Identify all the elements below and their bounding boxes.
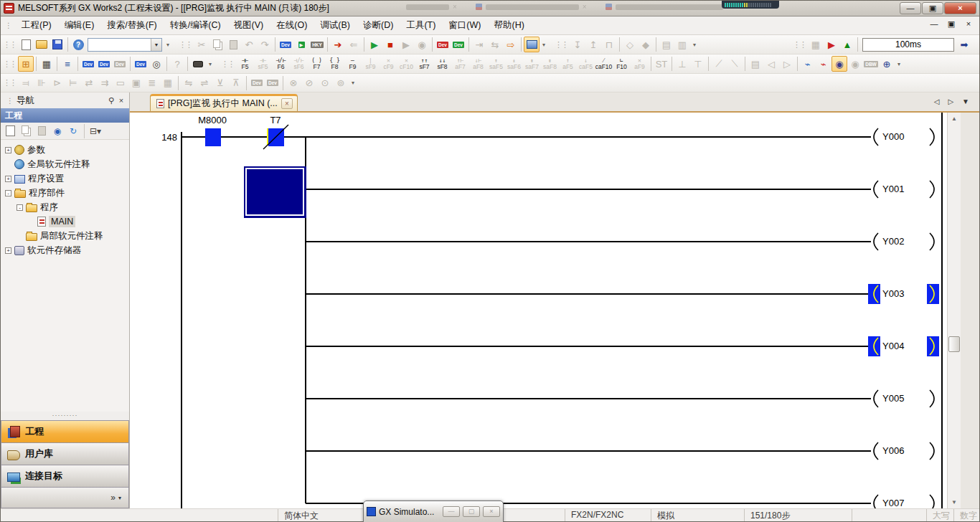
- toolbar-overflow-icon[interactable]: ▾: [349, 75, 357, 91]
- dbw-button[interactable]: DBW: [863, 56, 879, 72]
- toolbar-grip[interactable]: ⋮⋮: [555, 40, 567, 49]
- find-next-result-button[interactable]: ▷: [779, 56, 795, 72]
- refresh-button[interactable]: ↻: [66, 124, 80, 138]
- ladder-symbol-aF8-button[interactable]: ↓⊢aF8: [469, 55, 487, 72]
- batch-delete-button[interactable]: ▣: [128, 75, 144, 91]
- document-tab-main[interactable]: [PRG]监视 执行中 MAIN (... ×: [150, 94, 298, 111]
- menu-item-5[interactable]: 视图(V): [227, 17, 270, 34]
- find-button[interactable]: [190, 56, 206, 72]
- toolbar-grip[interactable]: ⋮⋮: [3, 78, 16, 87]
- contact-change-button[interactable]: ⊻: [212, 75, 228, 91]
- skip-execution-button[interactable]: ↥: [585, 37, 601, 52]
- ladder-symbol-F7-button[interactable]: ( )F7: [308, 55, 326, 72]
- expand-icon[interactable]: +: [5, 176, 11, 182]
- mdi-minimize-button[interactable]: —: [929, 19, 939, 29]
- tree-item-6[interactable]: 局部软元件注释: [1, 229, 129, 243]
- redo-button[interactable]: ↷: [257, 37, 273, 52]
- coil-label[interactable]: Y003: [882, 288, 904, 299]
- device-comment-search-button[interactable]: Dev: [278, 37, 293, 52]
- remote-operation-button[interactable]: ⇆: [487, 37, 503, 52]
- new-data-button[interactable]: [3, 124, 17, 138]
- monitor-mode-button[interactable]: [524, 37, 540, 52]
- device-monitor-window-button[interactable]: ▶: [293, 37, 309, 52]
- monitor-watch-button[interactable]: ◉: [831, 56, 847, 72]
- batch-insert-button[interactable]: ▭: [113, 75, 128, 91]
- delete-row-button[interactable]: ⊨: [65, 75, 81, 91]
- ladder-symbol-aF7-button[interactable]: ↑⊢aF7: [451, 55, 469, 72]
- transfer-setup-button[interactable]: ⇥: [471, 37, 487, 52]
- mdi-restore-button[interactable]: ▣: [946, 19, 956, 29]
- watch-window-2-button[interactable]: ▥: [674, 37, 690, 52]
- ladder-symbol-cF9-button[interactable]: ✕cF9: [380, 55, 397, 72]
- toolbar-grip[interactable]: ⋮⋮: [221, 60, 234, 69]
- delete-column-button[interactable]: ⇉: [97, 75, 113, 91]
- paste-data-button[interactable]: [34, 124, 49, 138]
- toolbar-grip[interactable]: ⋮⋮: [179, 40, 192, 49]
- inline-st-button[interactable]: ST: [654, 56, 669, 72]
- collapse-icon[interactable]: -: [5, 190, 11, 196]
- tree-item-0[interactable]: +参数: [1, 143, 129, 157]
- declare-search-button[interactable]: ⊗: [286, 75, 301, 91]
- ladder-symbol-F10-button[interactable]: ∟F10: [613, 55, 631, 72]
- tree-item-main[interactable]: MAIN: [1, 214, 129, 229]
- expand-icon[interactable]: +: [5, 247, 11, 254]
- menu-item-2[interactable]: 编辑(E): [58, 17, 101, 34]
- simulator-close-button[interactable]: ×: [483, 506, 500, 517]
- tree-item-3[interactable]: -程序部件: [1, 186, 129, 200]
- undo-button[interactable]: ↶: [241, 37, 257, 52]
- edit-comment-button[interactable]: ≣: [144, 75, 160, 91]
- output-window-button[interactable]: ≡: [60, 56, 75, 72]
- cross-reference-button[interactable]: ⊙: [317, 75, 333, 91]
- zoom-button[interactable]: ⊕: [879, 56, 895, 72]
- coil-label[interactable]: Y007: [882, 498, 904, 508]
- simulation-stop-button[interactable]: ▲: [839, 37, 855, 52]
- mdi-close-button[interactable]: ×: [963, 19, 974, 29]
- cc-link-button[interactable]: Dev: [112, 56, 128, 72]
- ladder-symbol-sF8-button[interactable]: ↓↓sF8: [433, 55, 451, 72]
- project-select-combobox[interactable]: ▼: [88, 38, 162, 52]
- ladder-symbol-F5-button[interactable]: ⊣⊢F5: [236, 55, 254, 72]
- menu-item-7[interactable]: 调试(B): [314, 17, 357, 34]
- new-project-button[interactable]: [18, 37, 34, 52]
- view-selector-project[interactable]: 工程: [1, 420, 129, 442]
- tree-item-7[interactable]: +软元件存储器: [1, 243, 129, 257]
- copy-data-button[interactable]: [19, 124, 33, 138]
- ladder-symbol-caF10-button[interactable]: ⁄caF10: [595, 55, 613, 72]
- ladder-symbol-saF6-button[interactable]: ↡saF6: [505, 55, 523, 72]
- ladder-symbol-F6-button[interactable]: ⊣/⊢F6: [272, 55, 290, 72]
- coil-label[interactable]: Y001: [882, 184, 904, 194]
- menu-item-1[interactable]: 工程(P): [15, 17, 58, 34]
- menu-item-8[interactable]: 诊断(D): [357, 17, 400, 34]
- monitor-pause-button[interactable]: ▶: [398, 37, 414, 52]
- ladder-symbol-sF9-button[interactable]: ∣sF9: [362, 55, 380, 72]
- delete-rung-button[interactable]: ⊪: [34, 75, 50, 91]
- delete-wire-button[interactable]: ⊤: [690, 56, 706, 72]
- contact-label[interactable]: M8000: [198, 115, 227, 125]
- device-comment-button[interactable]: Dev: [80, 56, 96, 72]
- ladder-symbol-aF9-button[interactable]: ✕aF9: [631, 55, 649, 72]
- chevron-down-icon[interactable]: ▼: [151, 39, 161, 51]
- paste-button[interactable]: [225, 37, 241, 52]
- context-help-button[interactable]: ?: [169, 56, 185, 72]
- toolbar-overflow-icon[interactable]: ▾: [895, 56, 903, 72]
- gx-simulator-window[interactable]: GX Simulato... — ▢ ×: [363, 500, 504, 522]
- insert-column-button[interactable]: ⇄: [81, 75, 97, 91]
- toolbar-grip[interactable]: ⋮⋮: [793, 40, 806, 49]
- documentation-button[interactable]: ▤: [748, 56, 763, 72]
- insert-rung-button[interactable]: ⫤: [18, 75, 34, 91]
- program-check-button[interactable]: ⌁: [816, 56, 831, 72]
- open-project-button[interactable]: [34, 37, 50, 52]
- coil-label[interactable]: Y005: [882, 393, 904, 404]
- title-bar[interactable]: MELSOFT系列 GX Works2 (工程未设置) - [[PRG]监视 执…: [1, 1, 979, 16]
- edit-statement-button[interactable]: ▦: [160, 75, 176, 91]
- break-setting-button[interactable]: ◇: [622, 37, 638, 52]
- ladder-symbol-saF7-button[interactable]: ⇞saF7: [523, 55, 541, 72]
- toolbar-overflow-icon[interactable]: ▾: [540, 37, 548, 52]
- simulation-transfer-button[interactable]: ⇨: [503, 37, 519, 52]
- ladder-symbol-sF6-button[interactable]: ⊣/⊢sF6: [290, 55, 308, 72]
- device-list-button[interactable]: Dev: [96, 56, 112, 72]
- used-device-button[interactable]: ⊚: [333, 75, 349, 91]
- cut-button[interactable]: ✂: [194, 37, 209, 52]
- declare-list-button[interactable]: ⊘: [301, 75, 317, 91]
- key-input-button[interactable]: HKY: [309, 37, 325, 52]
